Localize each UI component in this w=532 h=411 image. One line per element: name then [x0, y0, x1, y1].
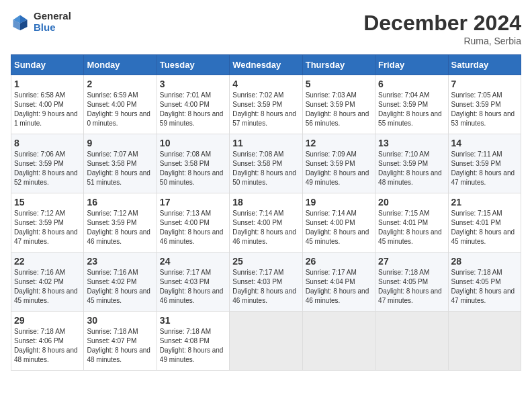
day-number: 25: [232, 256, 299, 267]
day-info: Sunrise: 7:17 AM Sunset: 4:04 PM Dayligh…: [306, 268, 372, 306]
page-header: General Blue December 2024 Ruma, Serbia: [11, 11, 521, 46]
calendar-cell: 31Sunrise: 7:18 AM Sunset: 4:08 PM Dayli…: [157, 312, 229, 371]
day-number: 6: [378, 79, 445, 89]
calendar-cell: [375, 312, 448, 371]
calendar-cell: 11Sunrise: 7:08 AM Sunset: 3:58 PM Dayli…: [230, 134, 302, 193]
day-info: Sunrise: 6:58 AM Sunset: 4:00 PM Dayligh…: [14, 91, 81, 128]
logo: General Blue: [11, 11, 71, 33]
day-number: 18: [232, 197, 299, 208]
logo-text: General Blue: [34, 11, 71, 33]
day-info: Sunrise: 7:18 AM Sunset: 4:05 PM Dayligh…: [451, 268, 518, 306]
day-info: Sunrise: 7:15 AM Sunset: 4:01 PM Dayligh…: [378, 209, 445, 246]
calendar-cell: 7Sunrise: 7:05 AM Sunset: 3:59 PM Daylig…: [448, 75, 521, 134]
day-info: Sunrise: 7:14 AM Sunset: 4:00 PM Dayligh…: [306, 209, 372, 246]
day-info: Sunrise: 7:03 AM Sunset: 3:59 PM Dayligh…: [306, 91, 372, 128]
calendar-cell: 3Sunrise: 7:01 AM Sunset: 4:00 PM Daylig…: [157, 75, 229, 134]
calendar-cell: 25Sunrise: 7:17 AM Sunset: 4:03 PM Dayli…: [230, 253, 302, 312]
day-number: 2: [87, 79, 153, 89]
title-block: December 2024 Ruma, Serbia: [363, 11, 521, 46]
day-number: 31: [160, 315, 226, 326]
week-row: 22Sunrise: 7:16 AM Sunset: 4:02 PM Dayli…: [11, 253, 521, 312]
day-number: 27: [378, 256, 445, 267]
location: Ruma, Serbia: [363, 36, 521, 46]
calendar-cell: 15Sunrise: 7:12 AM Sunset: 3:59 PM Dayli…: [11, 193, 84, 253]
week-row: 8Sunrise: 7:06 AM Sunset: 3:59 PM Daylig…: [11, 134, 521, 193]
day-info: Sunrise: 7:14 AM Sunset: 4:00 PM Dayligh…: [232, 209, 299, 246]
day-info: Sunrise: 7:16 AM Sunset: 4:02 PM Dayligh…: [14, 268, 81, 306]
day-number: 20: [378, 197, 445, 208]
day-number: 1: [14, 79, 81, 89]
day-info: Sunrise: 7:12 AM Sunset: 3:59 PM Dayligh…: [87, 209, 153, 246]
day-info: Sunrise: 7:18 AM Sunset: 4:05 PM Dayligh…: [378, 268, 445, 306]
calendar-cell: 1Sunrise: 6:58 AM Sunset: 4:00 PM Daylig…: [11, 75, 84, 134]
calendar-cell: 27Sunrise: 7:18 AM Sunset: 4:05 PM Dayli…: [375, 253, 448, 312]
calendar-cell: 6Sunrise: 7:04 AM Sunset: 3:59 PM Daylig…: [375, 75, 448, 134]
calendar-cell: 26Sunrise: 7:17 AM Sunset: 4:04 PM Dayli…: [302, 253, 375, 312]
day-number: 22: [14, 256, 81, 267]
day-info: Sunrise: 7:18 AM Sunset: 4:08 PM Dayligh…: [160, 327, 226, 365]
calendar-cell: [302, 312, 375, 371]
day-number: 10: [160, 138, 226, 148]
day-number: 26: [306, 256, 372, 267]
day-info: Sunrise: 7:18 AM Sunset: 4:06 PM Dayligh…: [14, 327, 81, 365]
calendar-cell: 10Sunrise: 7:08 AM Sunset: 3:58 PM Dayli…: [157, 134, 229, 193]
calendar-cell: 17Sunrise: 7:13 AM Sunset: 4:00 PM Dayli…: [157, 193, 229, 253]
day-number: 24: [160, 256, 226, 267]
day-info: Sunrise: 6:59 AM Sunset: 4:00 PM Dayligh…: [87, 91, 153, 128]
day-number: 4: [232, 79, 299, 89]
calendar-cell: 5Sunrise: 7:03 AM Sunset: 3:59 PM Daylig…: [302, 75, 375, 134]
calendar-cell: 30Sunrise: 7:18 AM Sunset: 4:07 PM Dayli…: [84, 312, 157, 371]
day-number: 12: [306, 138, 372, 148]
day-number: 8: [14, 138, 81, 148]
logo-general-text: General: [34, 11, 71, 22]
day-info: Sunrise: 7:15 AM Sunset: 4:01 PM Dayligh…: [451, 209, 518, 246]
day-info: Sunrise: 7:08 AM Sunset: 3:58 PM Dayligh…: [160, 150, 226, 187]
header-row: SundayMondayTuesdayWednesdayThursdayFrid…: [11, 55, 521, 75]
col-header-monday: Monday: [84, 55, 157, 75]
calendar-cell: 28Sunrise: 7:18 AM Sunset: 4:05 PM Dayli…: [448, 253, 521, 312]
col-header-wednesday: Wednesday: [230, 55, 302, 75]
col-header-thursday: Thursday: [302, 55, 375, 75]
day-number: 28: [451, 256, 518, 267]
day-number: 3: [160, 79, 226, 89]
calendar-cell: 29Sunrise: 7:18 AM Sunset: 4:06 PM Dayli…: [11, 312, 84, 371]
calendar-cell: 16Sunrise: 7:12 AM Sunset: 3:59 PM Dayli…: [84, 193, 157, 253]
calendar-cell: [230, 312, 302, 371]
calendar-cell: 19Sunrise: 7:14 AM Sunset: 4:00 PM Dayli…: [302, 193, 375, 253]
day-number: 11: [232, 138, 299, 148]
col-header-friday: Friday: [375, 55, 448, 75]
day-number: 17: [160, 197, 226, 208]
day-number: 15: [14, 197, 81, 208]
day-number: 14: [451, 138, 518, 148]
day-number: 13: [378, 138, 445, 148]
calendar-table: SundayMondayTuesdayWednesdayThursdayFrid…: [11, 54, 521, 371]
col-header-sunday: Sunday: [11, 55, 84, 75]
day-info: Sunrise: 7:05 AM Sunset: 3:59 PM Dayligh…: [451, 91, 518, 128]
month-title: December 2024: [363, 11, 521, 36]
day-info: Sunrise: 7:06 AM Sunset: 3:59 PM Dayligh…: [14, 150, 81, 187]
col-header-tuesday: Tuesday: [157, 55, 229, 75]
day-info: Sunrise: 7:07 AM Sunset: 3:58 PM Dayligh…: [87, 150, 153, 187]
day-info: Sunrise: 7:11 AM Sunset: 3:59 PM Dayligh…: [451, 150, 518, 187]
week-row: 15Sunrise: 7:12 AM Sunset: 3:59 PM Dayli…: [11, 193, 521, 253]
calendar-cell: 20Sunrise: 7:15 AM Sunset: 4:01 PM Dayli…: [375, 193, 448, 253]
day-number: 19: [306, 197, 372, 208]
day-number: 7: [451, 79, 518, 89]
calendar-cell: 8Sunrise: 7:06 AM Sunset: 3:59 PM Daylig…: [11, 134, 84, 193]
day-info: Sunrise: 7:16 AM Sunset: 4:02 PM Dayligh…: [87, 268, 153, 306]
calendar-cell: 18Sunrise: 7:14 AM Sunset: 4:00 PM Dayli…: [230, 193, 302, 253]
calendar-cell: 9Sunrise: 7:07 AM Sunset: 3:58 PM Daylig…: [84, 134, 157, 193]
day-info: Sunrise: 7:13 AM Sunset: 4:00 PM Dayligh…: [160, 209, 226, 246]
calendar-cell: 12Sunrise: 7:09 AM Sunset: 3:59 PM Dayli…: [302, 134, 375, 193]
day-info: Sunrise: 7:04 AM Sunset: 3:59 PM Dayligh…: [378, 91, 445, 128]
day-number: 30: [87, 315, 153, 326]
day-number: 21: [451, 197, 518, 208]
week-row: 1Sunrise: 6:58 AM Sunset: 4:00 PM Daylig…: [11, 75, 521, 134]
day-info: Sunrise: 7:18 AM Sunset: 4:07 PM Dayligh…: [87, 327, 153, 365]
calendar-cell: 24Sunrise: 7:17 AM Sunset: 4:03 PM Dayli…: [157, 253, 229, 312]
calendar-cell: 14Sunrise: 7:11 AM Sunset: 3:59 PM Dayli…: [448, 134, 521, 193]
day-number: 9: [87, 138, 153, 148]
calendar-cell: 21Sunrise: 7:15 AM Sunset: 4:01 PM Dayli…: [448, 193, 521, 253]
day-info: Sunrise: 7:12 AM Sunset: 3:59 PM Dayligh…: [14, 209, 81, 246]
day-info: Sunrise: 7:08 AM Sunset: 3:58 PM Dayligh…: [232, 150, 299, 187]
